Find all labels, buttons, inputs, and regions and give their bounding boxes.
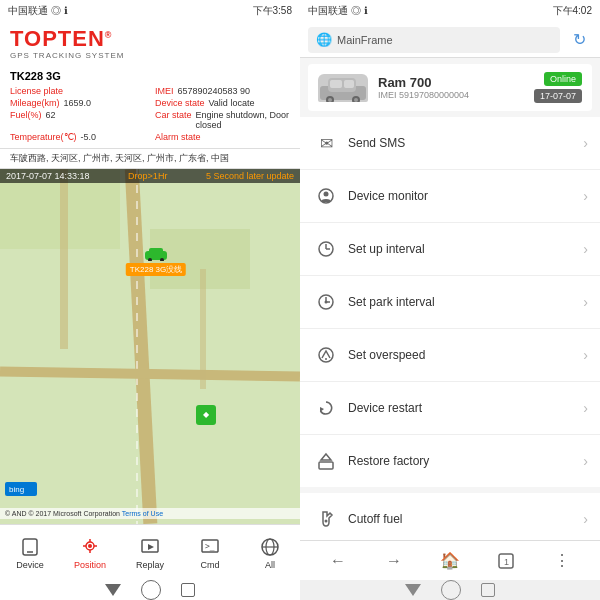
nav-cmd-label: Cmd xyxy=(200,560,219,570)
bottom-nav-left: Device Position Replay >_ Cmd All xyxy=(0,524,300,580)
car-silhouette-svg xyxy=(318,74,368,102)
logo-subtitle: GPS TRACKING SYSTEM xyxy=(10,51,290,60)
svg-text:>_: >_ xyxy=(205,542,215,551)
menu-send-sms[interactable]: ✉ Send SMS › xyxy=(300,117,600,170)
device-restart-icon xyxy=(312,394,340,422)
map-marker-green xyxy=(196,405,216,425)
menu-send-sms-label: Send SMS xyxy=(348,136,583,150)
nav-all[interactable]: All xyxy=(240,530,300,576)
svg-point-17 xyxy=(88,544,92,548)
badge-online: Online xyxy=(544,72,582,86)
menu-cutoff-fuel[interactable]: Cutoff fuel › xyxy=(300,493,600,540)
device-info-card: TK228 3G License plate IMEI 657890240583… xyxy=(0,64,300,149)
forward-nav-btn[interactable]: → xyxy=(379,546,409,576)
menu-device-monitor-label: Device monitor xyxy=(348,189,583,203)
device-monitor-icon xyxy=(312,182,340,210)
menu-device-monitor[interactable]: Device monitor › xyxy=(300,170,600,223)
svg-rect-49 xyxy=(319,462,333,469)
menu-group-2: Cutoff fuel › Resume fuel › xyxy=(300,493,600,540)
status-bar-left: 中国联通 ◎ ℹ 下午3:58 xyxy=(0,0,300,22)
restore-factory-icon xyxy=(312,447,340,475)
nav-position[interactable]: Position xyxy=(60,530,120,576)
home-button[interactable] xyxy=(141,580,161,600)
logo-area: TOPTEN® GPS TRACKING SYSTEM xyxy=(0,22,300,64)
status-bar-right: 中国联通 ◎ ℹ 下午4:02 xyxy=(300,0,600,22)
info-row-license: License plate xyxy=(10,86,145,96)
svg-text:1: 1 xyxy=(504,557,509,567)
info-row-mileage: Mileage(km) 1659.0 xyxy=(10,98,145,108)
svg-marker-48 xyxy=(320,407,324,412)
svg-point-45 xyxy=(325,301,328,304)
all-icon xyxy=(259,536,281,558)
bing-logo: bing xyxy=(5,482,37,496)
position-icon xyxy=(79,536,101,558)
browser-bar: 🌐 MainFrame ↻ xyxy=(300,22,600,58)
menu-set-park[interactable]: Set park interval › xyxy=(300,276,600,329)
svg-rect-9 xyxy=(149,248,163,255)
terms-link[interactable]: Terms of Use xyxy=(122,510,163,517)
menu-restore-factory[interactable]: Restore factory › xyxy=(300,435,600,487)
svg-rect-32 xyxy=(344,80,354,88)
recents-button[interactable] xyxy=(181,583,195,597)
more-nav-btn[interactable]: ⋮ xyxy=(547,546,577,576)
map-drop: Drop>1Hr xyxy=(128,171,167,181)
address-bar: 车陂西路, 天河区, 广州市, 天河区, 广州市, 广东省, 中国 xyxy=(0,149,300,169)
car-icon-svg xyxy=(144,247,168,261)
nav-device[interactable]: Device xyxy=(0,530,60,576)
nav-cmd[interactable]: >_ Cmd xyxy=(180,530,240,576)
svg-rect-31 xyxy=(330,80,342,88)
set-interval-icon xyxy=(312,235,340,263)
vehicle-info: Ram 700 IMEI 59197080000004 xyxy=(378,75,524,100)
menu-device-restart[interactable]: Device restart › xyxy=(300,382,600,435)
menu-set-park-label: Set park interval xyxy=(348,295,583,309)
menu-set-interval[interactable]: Set up interval › xyxy=(300,223,600,276)
map-update: 5 Second later update xyxy=(206,171,294,181)
send-sms-icon: ✉ xyxy=(312,129,340,157)
car-marker: TK228 3G没线 xyxy=(144,247,168,265)
vehicle-card: Ram 700 IMEI 59197080000004 Online 17-07… xyxy=(308,64,592,111)
arrow-icon: › xyxy=(583,511,588,527)
cmd-icon: >_ xyxy=(199,536,221,558)
nav-replay[interactable]: Replay xyxy=(120,530,180,576)
cutoff-fuel-icon xyxy=(312,505,340,533)
globe-icon: 🌐 xyxy=(316,32,332,47)
arrow-icon: › xyxy=(583,241,588,257)
carrier-left: 中国联通 ◎ ℹ xyxy=(8,4,68,18)
svg-text:bing: bing xyxy=(9,485,24,494)
recents-button-right[interactable] xyxy=(481,583,495,597)
info-row-alarm: Alarm state xyxy=(155,132,290,142)
car-label: TK228 3G没线 xyxy=(126,263,186,276)
info-grid: License plate IMEI 657890240583 90 Milea… xyxy=(10,86,290,142)
badge-date: 17-07-07 xyxy=(534,89,582,103)
svg-point-38 xyxy=(324,192,329,197)
home-nav-btn[interactable]: 🏠 xyxy=(435,546,465,576)
svg-point-34 xyxy=(328,98,332,102)
map-time: 2017-07-07 14:33:18 xyxy=(6,171,90,181)
url-text: MainFrame xyxy=(337,34,393,46)
time-right: 下午4:02 xyxy=(553,4,592,18)
map-area: 2017-07-07 14:33:18 Drop>1Hr 5 Second la… xyxy=(0,169,300,524)
right-panel: 中国联通 ◎ ℹ 下午4:02 🌐 MainFrame ↻ Ram 700 xyxy=(300,0,600,600)
left-panel: 中国联通 ◎ ℹ 下午3:58 TOPTEN® GPS TRACKING SYS… xyxy=(0,0,300,600)
info-row-temp: Temperature(℃) -5.0 xyxy=(10,132,145,142)
car-silhouette xyxy=(318,74,368,102)
bottom-nav-right: ← → 🏠 1 ⋮ xyxy=(300,540,600,580)
nav-all-label: All xyxy=(265,560,275,570)
refresh-button[interactable]: ↻ xyxy=(566,27,592,53)
back-button-right[interactable] xyxy=(405,584,421,596)
back-button[interactable] xyxy=(105,584,121,596)
url-bar[interactable]: 🌐 MainFrame xyxy=(308,27,560,53)
info-row-device-state: Device state Valid locate xyxy=(155,98,290,108)
menu-set-overspeed[interactable]: Set overspeed › xyxy=(300,329,600,382)
time-left: 下午3:58 xyxy=(253,4,292,18)
attribution-text: © AND © 2017 Microsoft Corporation xyxy=(5,510,120,517)
back-nav-btn[interactable]: ← xyxy=(323,546,353,576)
menu-set-interval-label: Set up interval xyxy=(348,242,583,256)
info-row-fuel: Fuel(%) 62 xyxy=(10,110,145,130)
svg-marker-23 xyxy=(148,544,154,550)
tabs-nav-btn[interactable]: 1 xyxy=(491,546,521,576)
home-button-right[interactable] xyxy=(441,580,461,600)
nav-position-label: Position xyxy=(74,560,106,570)
carrier-right: 中国联通 ◎ ℹ xyxy=(308,4,368,18)
home-indicator-left xyxy=(0,580,300,600)
